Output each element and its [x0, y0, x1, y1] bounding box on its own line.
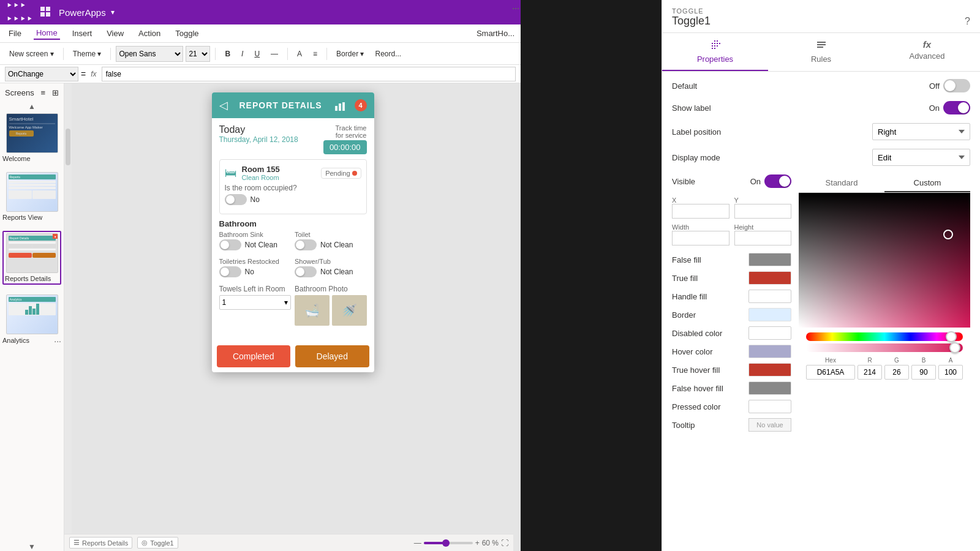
reord-btn[interactable]: Reord...: [371, 48, 405, 60]
toilet-toggle[interactable]: [295, 239, 317, 250]
false-hover-fill-label: False hover fill: [672, 384, 723, 393]
zoom-plus-btn[interactable]: +: [475, 539, 480, 547]
true-fill-swatch[interactable]: [748, 271, 791, 285]
toilet-value: Not Clean: [320, 241, 353, 249]
b-input[interactable]: [911, 365, 936, 380]
menu-file[interactable]: File: [6, 28, 24, 39]
footer-tab-toggle1[interactable]: ◎ Toggle1: [137, 537, 178, 549]
hue-slider-thumb[interactable]: [946, 331, 957, 342]
action-buttons: Completed Delayed: [212, 340, 374, 372]
room-header: 🛏 Room 155 Clean Room Pending: [225, 165, 361, 181]
occupied-toggle[interactable]: [225, 194, 247, 205]
new-screen-btn[interactable]: New screen ▾: [5, 48, 58, 60]
bold-btn[interactable]: B: [221, 48, 235, 60]
label-position-select[interactable]: Right: [872, 123, 970, 140]
hover-color-swatch[interactable]: [748, 345, 791, 358]
timer-display[interactable]: 00:00:00: [323, 140, 367, 154]
width-input[interactable]: [672, 231, 729, 246]
alpha-slider[interactable]: [806, 343, 963, 352]
pressed-color-swatch[interactable]: [748, 400, 791, 413]
app-name-caret[interactable]: ▾: [111, 8, 115, 17]
visible-toggle[interactable]: [764, 174, 791, 188]
a-input[interactable]: [938, 365, 963, 380]
screen-dots-analytics[interactable]: ...: [54, 334, 61, 344]
font-select[interactable]: Open Sans: [116, 46, 183, 62]
formula-bar: OnChange = fx: [0, 65, 521, 83]
help-icon[interactable]: ?: [965, 16, 970, 27]
tab-properties[interactable]: Properties: [662, 33, 768, 71]
scroll-up-btn[interactable]: ▲: [0, 102, 64, 111]
screen-item-reports-view[interactable]: Reports Reports View ...: [2, 172, 61, 221]
strikethrough-btn[interactable]: —: [266, 48, 282, 60]
tab-rules[interactable]: Rules: [768, 33, 874, 71]
waffle-icon[interactable]: ‣‣‣‣‣‣‣: [6, 0, 33, 26]
italic-btn[interactable]: I: [237, 48, 247, 60]
height-input[interactable]: [734, 231, 792, 246]
photo-thumb-2[interactable]: 🚿: [332, 295, 367, 326]
false-fill-swatch[interactable]: [748, 253, 791, 266]
display-mode-select[interactable]: Edit: [872, 149, 970, 166]
canvas-area: ◁ REPORT DETAILS 4 Today Thu: [64, 83, 521, 551]
color-picker-gradient[interactable]: [799, 193, 970, 328]
shower-toggle[interactable]: [295, 266, 317, 277]
bathroom-sink-toggle[interactable]: [219, 239, 241, 250]
scroll-thumb-left[interactable]: [66, 129, 70, 165]
x-input[interactable]: [672, 204, 729, 219]
border-swatch[interactable]: [748, 308, 791, 321]
color-picker-handle[interactable]: [943, 230, 953, 239]
true-hover-fill-label: True hover fill: [672, 365, 720, 375]
a-label: A: [938, 357, 963, 364]
shower-item: Shower/Tub Not Clean: [295, 258, 367, 281]
r-input[interactable]: [858, 365, 882, 380]
tab-advanced[interactable]: fx Advanced: [874, 33, 980, 71]
towels-dropdown[interactable]: 1 ▾: [219, 295, 292, 310]
screen-item-reports-details[interactable]: ● Report Details: [2, 231, 61, 285]
screens-list-icon[interactable]: ≡: [41, 88, 46, 97]
show-label-value: On: [929, 103, 940, 113]
menu-home[interactable]: Home: [34, 27, 60, 40]
theme-btn[interactable]: Theme ▾: [69, 48, 106, 60]
screens-grid-icon[interactable]: ⊞: [52, 88, 59, 97]
formula-dropdown[interactable]: OnChange: [5, 67, 78, 81]
disabled-color-swatch[interactable]: [748, 326, 791, 340]
menu-toggle[interactable]: Toggle: [173, 28, 201, 39]
default-toggle[interactable]: [943, 79, 970, 92]
zoom-slider[interactable]: [424, 542, 473, 544]
menu-view[interactable]: View: [104, 28, 126, 39]
toiletries-toggle[interactable]: [219, 266, 241, 277]
hex-input-group: Hex: [806, 357, 855, 380]
menu-action[interactable]: Action: [136, 28, 163, 39]
tooltip-input[interactable]: No value: [748, 418, 791, 432]
screen-item-analytics[interactable]: Analytics Analytics ...: [2, 294, 61, 344]
hue-slider[interactable]: [806, 332, 963, 341]
back-btn[interactable]: ◁: [219, 99, 228, 112]
g-label: G: [884, 357, 909, 364]
photo-thumb-1[interactable]: 🛁: [295, 295, 330, 326]
y-input[interactable]: [734, 204, 792, 219]
zoom-thumb[interactable]: [442, 539, 450, 547]
font-color-btn[interactable]: A: [293, 48, 306, 60]
menu-insert[interactable]: Insert: [70, 28, 95, 39]
border-btn[interactable]: Border ▾: [332, 48, 368, 60]
color-tab-custom[interactable]: Custom: [884, 174, 970, 192]
zoom-minus-btn[interactable]: —: [414, 539, 421, 547]
show-label-toggle[interactable]: [943, 101, 970, 114]
formula-input[interactable]: [102, 67, 516, 81]
false-hover-fill-swatch[interactable]: [748, 381, 791, 395]
underline-btn[interactable]: U: [250, 48, 264, 60]
delayed-btn[interactable]: Delayed: [295, 345, 369, 367]
align-btn[interactable]: ≡: [309, 48, 322, 60]
handle-fill-swatch[interactable]: [748, 290, 791, 303]
waffle-grid-icon[interactable]: [40, 7, 51, 18]
fullscreen-btn[interactable]: ⛶: [501, 539, 508, 547]
screen-item-welcome[interactable]: SmartHotel Welcome App Maker Reports Wel…: [2, 113, 61, 162]
scroll-down-btn[interactable]: ▼: [0, 542, 64, 551]
true-hover-fill-swatch[interactable]: [748, 363, 791, 377]
footer-tab-reports-details[interactable]: ☰ Reports Details: [69, 537, 132, 549]
completed-btn[interactable]: Completed: [217, 345, 291, 367]
color-tab-standard[interactable]: Standard: [799, 174, 884, 192]
hex-input[interactable]: [806, 365, 855, 380]
font-size-select[interactable]: 21: [186, 46, 210, 62]
g-input[interactable]: [884, 365, 909, 380]
alpha-slider-thumb[interactable]: [949, 342, 960, 353]
